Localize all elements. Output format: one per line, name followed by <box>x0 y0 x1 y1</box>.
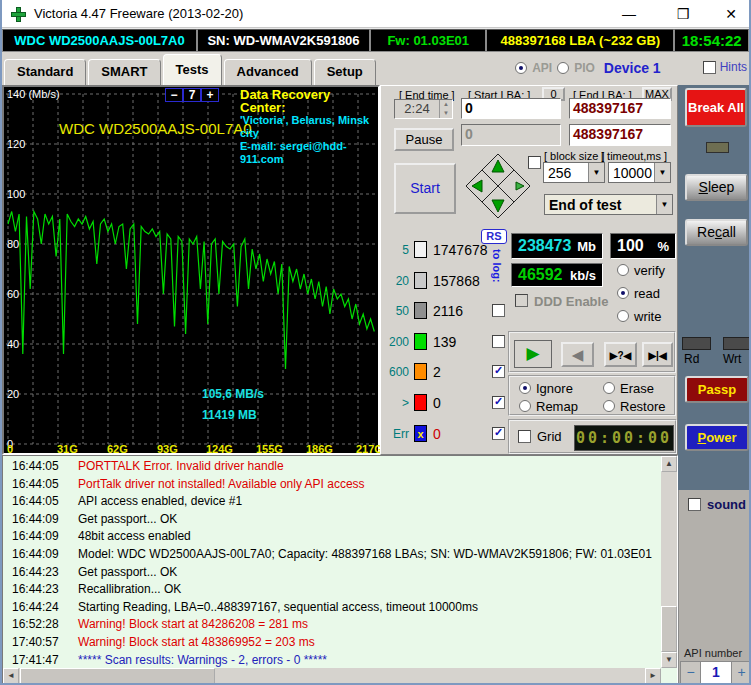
erase-label: Erase <box>620 381 654 396</box>
end-action-select[interactable]: End of test ▼ <box>544 194 673 215</box>
banner-email: E-mail: sergei@hdd-911.com <box>240 140 378 166</box>
y-axis-tick: 100 <box>7 188 25 200</box>
end-time-spin-arrows[interactable]: ▲▼ <box>439 100 452 118</box>
api-radio[interactable] <box>515 62 527 74</box>
log-timestamp: 16:44:23 <box>12 564 70 582</box>
speed-display: 46592 kb/s <box>511 263 603 287</box>
api-number-stepper: − 1 + <box>680 661 751 684</box>
remap-radio[interactable] <box>519 400 531 412</box>
log-row: 17:41:47***** Scan results: Warnings - 2… <box>3 652 661 670</box>
log-row: 16:52:28Warning! Block start at 84286208… <box>3 616 661 634</box>
end-lba-input[interactable]: 488397167 <box>569 98 671 119</box>
grid-timer-panel: Grid 00:00:00 <box>508 419 677 454</box>
tab-tests[interactable]: Tests <box>163 54 222 85</box>
start-lba-input[interactable]: 0 <box>461 98 561 119</box>
histogram-color-chip <box>414 394 427 411</box>
timeout-select[interactable]: 10000 ▼ <box>608 162 671 183</box>
histogram-color-chip <box>414 333 427 350</box>
tab-smart[interactable]: SMART <box>88 59 160 85</box>
play-button[interactable]: ▶ <box>514 340 552 368</box>
sleep-button[interactable]: Sleep <box>685 174 748 201</box>
start-button[interactable]: Start <box>394 163 456 214</box>
histogram-color-chip <box>414 302 427 319</box>
erase-radio[interactable] <box>603 382 615 394</box>
scroll-up-icon[interactable]: ▲ <box>661 456 677 472</box>
restore-radio[interactable] <box>603 400 615 412</box>
end-time-spinner[interactable]: 2:24 ▲▼ <box>394 99 453 119</box>
speed-unit: kb/s <box>570 268 596 283</box>
pause-button[interactable]: Pause <box>394 128 454 151</box>
chevron-down-icon[interactable]: ▼ <box>656 195 672 214</box>
step-back-button[interactable]: ◀ <box>561 342 594 367</box>
api-label: API <box>532 61 552 75</box>
scroll-left-icon[interactable]: ◄ <box>3 668 19 684</box>
recall-button[interactable]: Recall <box>685 219 748 246</box>
verify-radio[interactable] <box>617 264 629 276</box>
verify-label: verify <box>634 263 665 278</box>
log-message: API access enabled, device #1 <box>78 494 242 508</box>
timeout-value: 10000 <box>609 165 652 181</box>
log-hscrollbar[interactable]: ◄ ► <box>3 668 661 684</box>
drive-capacity: 488397168 LBA (~232 GB) <box>486 29 674 52</box>
tab-advanced[interactable]: Advanced <box>224 59 312 85</box>
write-radio[interactable] <box>617 310 629 322</box>
pio-radio[interactable] <box>557 62 569 74</box>
maximize-button[interactable]: ❒ <box>668 3 698 25</box>
log-message: ***** Scan results: Warnings - 2, errors… <box>78 653 327 667</box>
log-vscrollbar[interactable]: ▲ ▼ <box>661 456 677 668</box>
power-button[interactable]: Power <box>685 424 749 451</box>
chevron-down-icon[interactable]: ▼ <box>654 163 670 182</box>
minimize-button[interactable]: — <box>614 3 644 25</box>
log-row: 16:44:09Get passport... OK <box>3 511 661 529</box>
api-plus-button[interactable]: + <box>731 661 751 684</box>
log-timestamp: 16:44:05 <box>12 493 70 511</box>
log-message: PortTalk driver not installed! Available… <box>78 477 365 491</box>
scroll-down-icon[interactable]: ▼ <box>661 652 677 668</box>
tab-setup[interactable]: Setup <box>314 59 376 85</box>
scroll-right-icon[interactable]: ► <box>645 668 661 684</box>
seek-end-button[interactable]: ▶|◀ <box>642 342 673 367</box>
close-button[interactable]: ✕ <box>716 3 746 25</box>
ignore-radio[interactable] <box>519 382 531 394</box>
scale-minus-button[interactable]: − <box>165 88 183 102</box>
block-size-select[interactable]: 256 ▼ <box>543 162 605 183</box>
misc-panel: sound API number − 1 + <box>678 490 751 685</box>
loop-checkbox[interactable] <box>528 156 541 169</box>
vscroll-thumb[interactable] <box>661 606 677 652</box>
hints-checkbox[interactable] <box>703 61 716 74</box>
x-axis-tick: 31G <box>57 443 78 455</box>
break-all-button[interactable]: Break All <box>685 88 747 127</box>
histogram-log-checkbox[interactable] <box>492 335 505 348</box>
scan-button[interactable]: ▶?◀ <box>604 342 637 367</box>
log-timestamp: 17:40:57 <box>12 634 70 652</box>
histogram-log-checkbox[interactable] <box>492 365 505 378</box>
read-radio[interactable] <box>617 287 629 299</box>
histogram-log-checkbox[interactable] <box>492 304 505 317</box>
grid-checkbox[interactable] <box>518 430 531 443</box>
histogram-log-checkbox[interactable] <box>492 427 505 440</box>
seek-diamond-control[interactable] <box>464 152 532 220</box>
app-plus-icon <box>11 7 26 22</box>
scale-value: 7 <box>183 88 201 102</box>
log-message: Warning! Block start at 84286208 = 281 m… <box>78 617 308 631</box>
passport-button[interactable]: Passp <box>685 376 749 403</box>
read-activity-led <box>682 337 711 350</box>
log-rows: 16:44:05PORTTALK Error. Invalid driver h… <box>3 458 661 670</box>
log-row: 16:44:23Recallibration... OK <box>3 581 661 599</box>
ddd-enable-checkbox[interactable] <box>515 294 528 307</box>
busy-led <box>706 142 729 153</box>
log-timestamp: 16:44:05 <box>12 458 70 476</box>
sound-checkbox[interactable] <box>688 498 701 511</box>
tab-standard[interactable]: Standard <box>4 59 86 85</box>
chevron-down-icon[interactable]: ▼ <box>588 163 604 182</box>
defect-action-panel: Ignore Erase Remap Restore <box>508 375 676 416</box>
scale-plus-button[interactable]: + <box>201 88 219 102</box>
play-icon: ▶ <box>526 344 539 363</box>
y-axis-tick: 20 <box>7 388 19 400</box>
api-minus-button[interactable]: − <box>680 661 701 684</box>
device-selector: API PIO Device 1 <box>515 60 661 85</box>
histogram-log-checkbox[interactable] <box>492 396 505 409</box>
y-axis-tick: 140 (Mb/s) <box>7 88 60 100</box>
drive-serial: SN: WD-WMAV2K591806 <box>197 29 370 52</box>
hscroll-thumb[interactable] <box>20 668 215 684</box>
